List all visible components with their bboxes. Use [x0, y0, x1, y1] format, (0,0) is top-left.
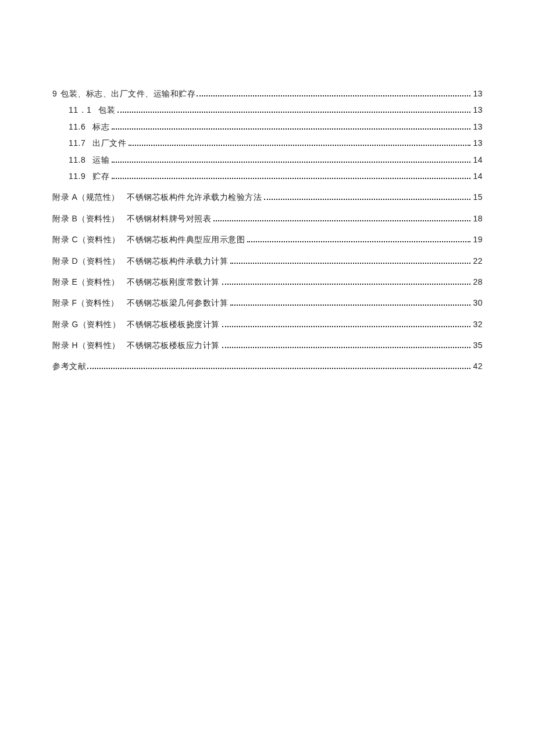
- toc-appendix-key: 附录 H（资料性）: [52, 339, 122, 352]
- toc-leader-dots: [230, 300, 470, 306]
- toc-sub-title: 出厂文件: [92, 137, 126, 149]
- toc-leader-dots: [222, 321, 471, 327]
- toc-sub-title: 运输: [92, 153, 109, 166]
- toc-page-number: 13: [473, 103, 483, 116]
- toc-appendix-title: 不锈钢芯板刚度常数计算: [127, 275, 220, 288]
- document-page: 9包装、标志、出厂文件、运输和贮存 13 11．1 包装 13 11.6 标志 …: [0, 0, 535, 373]
- toc-appendix-key: 附录 C（资料性）: [52, 233, 122, 246]
- toc-leader-dots: [213, 215, 470, 221]
- toc-appendix-title: 不锈钢芯板楼板应力计算: [127, 339, 220, 352]
- toc-sub-num: 11.6: [69, 120, 85, 133]
- toc-sub-title: 标志: [92, 120, 109, 133]
- toc-section-label: 9包装、标志、出厂文件、运输和贮存: [52, 87, 195, 100]
- toc-appendix-title: 不锈钢芯板楼板挠度计算: [127, 318, 220, 331]
- toc-appendix-key: 附录 D（资料性）: [52, 255, 122, 267]
- toc-appendix-entry: 附录 C（资料性） 不锈钢芯板构件典型应用示意图 19: [52, 233, 483, 246]
- toc-page-number: 28: [473, 275, 483, 288]
- toc-appendix-key: 附录 G（资料性）: [52, 318, 122, 331]
- toc-appendix-entry: 附录 G（资料性） 不锈钢芯板楼板挠度计算 32: [52, 318, 483, 331]
- toc-leader-dots: [112, 156, 470, 162]
- toc-leader-dots: [129, 140, 470, 146]
- toc-appendix-key: 附录 F（资料性）: [52, 296, 122, 309]
- toc-sub-num: 11.7: [69, 137, 85, 149]
- toc-sub-num: 11．1: [69, 103, 91, 116]
- toc-appendix-entry: 附录 H（资料性） 不锈钢芯板楼板应力计算 35: [52, 339, 483, 352]
- toc-sub-entry: 11.8 运输 14: [52, 153, 483, 166]
- toc-sub-title: 包装: [98, 103, 115, 116]
- toc-page-number: 18: [473, 212, 483, 225]
- toc-sub-num: 11.8: [69, 153, 85, 166]
- toc-refs-title: 参考文献: [52, 360, 86, 372]
- toc-sub-entry: 11.9 贮存 14: [52, 170, 483, 182]
- toc-leader-dots: [112, 123, 470, 129]
- toc-page-number: 14: [473, 170, 483, 182]
- toc-page-number: 19: [473, 233, 483, 246]
- toc-leader-dots: [222, 342, 471, 348]
- toc-appendix-title: 不锈钢材料牌号对照表: [127, 212, 211, 225]
- toc-appendix-title: 不锈钢芯板构件承载力计算: [127, 255, 228, 267]
- toc-leader-dots: [230, 257, 470, 263]
- toc-appendix-title: 不锈钢芯板构件典型应用示意图: [127, 233, 245, 246]
- toc-appendix-key: 附录 B（资料性）: [52, 212, 122, 225]
- toc-sub-num: 11.9: [69, 170, 85, 182]
- toc-appendix-entry: 附录 D（资料性） 不锈钢芯板构件承载力计算 22: [52, 255, 483, 267]
- toc-page-number: 13: [473, 137, 483, 149]
- toc-appendix-entry: 附录 F（资料性） 不锈钢芯板梁几何参数计算 30: [52, 296, 483, 309]
- toc-leader-dots: [264, 194, 470, 200]
- toc-leader-dots: [197, 91, 470, 96]
- toc-page-number: 35: [473, 339, 483, 352]
- toc-appendix-entry: 附录 B（资料性） 不锈钢材料牌号对照表 18: [52, 212, 483, 225]
- toc-page-number: 15: [473, 191, 483, 203]
- toc-references-entry: 参考文献 42: [52, 360, 483, 372]
- toc-appendix-title: 不锈钢芯板构件允许承载力检验方法: [127, 191, 262, 203]
- toc-page-number: 42: [473, 360, 483, 372]
- toc-sub-entry: 11．1 包装 13: [52, 103, 483, 116]
- toc-entry: 9包装、标志、出厂文件、运输和贮存 13: [52, 87, 483, 100]
- toc-appendix-title: 不锈钢芯板梁几何参数计算: [127, 296, 228, 309]
- toc-appendix-entry: 附录 E（资料性） 不锈钢芯板刚度常数计算 28: [52, 275, 483, 288]
- toc-page-number: 13: [473, 87, 483, 100]
- toc-page-number: 32: [473, 318, 483, 331]
- toc-page-number: 13: [473, 120, 483, 133]
- toc-sub-entry: 11.6 标志 13: [52, 120, 483, 133]
- toc-leader-dots: [247, 237, 470, 242]
- toc-sub-entry: 11.7 出厂文件 13: [52, 137, 483, 149]
- toc-page-number: 30: [473, 296, 483, 309]
- toc-leader-dots: [222, 279, 471, 285]
- toc-leader-dots: [112, 173, 470, 179]
- toc-sub-title: 贮存: [92, 170, 109, 182]
- toc-page-number: 14: [473, 153, 483, 166]
- toc-page-number: 22: [473, 255, 483, 267]
- toc-appendix-entry: 附录 A（规范性） 不锈钢芯板构件允许承载力检验方法 15: [52, 191, 483, 203]
- toc-leader-dots: [87, 363, 470, 369]
- toc-leader-dots: [117, 107, 470, 113]
- toc-appendix-key: 附录 E（资料性）: [52, 275, 122, 288]
- toc-appendix-key: 附录 A（规范性）: [52, 191, 122, 203]
